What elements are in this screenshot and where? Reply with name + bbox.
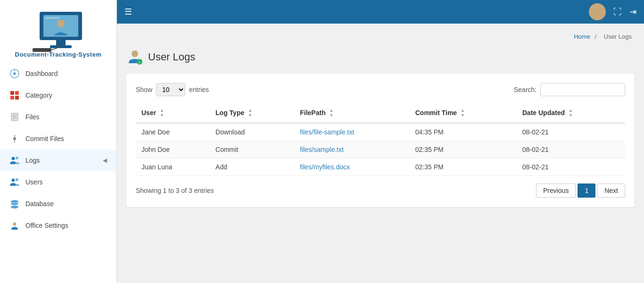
svg-point-26	[11, 206, 18, 208]
sidebar-label-users: Users	[25, 178, 107, 186]
sidebar-label-files: Files	[25, 113, 107, 121]
breadcrumb-home[interactable]: Home	[574, 33, 590, 40]
logo-area: Document-Tracking-System	[0, 0, 116, 63]
svg-point-21	[12, 157, 15, 160]
sidebar-item-files[interactable]: Files	[0, 106, 116, 128]
svg-rect-4	[33, 48, 51, 52]
col-commit-time[interactable]: Commit Time ▲▼	[410, 104, 517, 123]
main-area: ☰ ⛶ ⇥ Home / User Logs	[117, 0, 644, 283]
cell-user: Jane Doe	[136, 123, 210, 141]
svg-rect-3	[50, 45, 72, 48]
logo-image	[30, 9, 87, 47]
files-icon	[9, 112, 20, 122]
users-icon	[9, 177, 20, 187]
sidebar-label-category: Category	[25, 92, 107, 99]
cell-log-type: Download	[210, 123, 294, 141]
search-input[interactable]	[540, 83, 625, 96]
dashboard-icon	[9, 68, 20, 79]
cell-log-type: Add	[210, 158, 294, 175]
cell-filepath[interactable]: files/myfiles.docx	[294, 158, 409, 175]
sidebar-label-office-settings: Office Settings	[25, 222, 107, 229]
topbar: ☰ ⛶ ⇥	[117, 0, 644, 24]
cell-commit-time: 02:35 PM	[410, 158, 517, 175]
cell-filepath[interactable]: files/file-sample.txt	[294, 123, 409, 141]
sidebar-item-category[interactable]: Category	[0, 84, 116, 106]
svg-point-6	[57, 20, 65, 27]
cell-date-updated: 08-02-21	[517, 158, 625, 175]
breadcrumb-separator: /	[595, 33, 597, 40]
page-title: User Logs	[148, 51, 195, 63]
logs-table: User ▲▼ Log Type ▲▼ FilePath ▲▼ Commit T…	[136, 104, 625, 176]
hamburger-button[interactable]: ☰	[124, 7, 132, 17]
cell-date-updated: 08-02-21	[517, 123, 625, 141]
sidebar: Document-Tracking-System Dashboard	[0, 0, 117, 283]
svg-text:✓: ✓	[138, 60, 141, 65]
svg-point-18	[13, 137, 16, 140]
cell-user: John Doe	[136, 141, 210, 158]
col-date-updated[interactable]: Date Updated ▲▼	[517, 104, 625, 123]
main-card: Show 10 25 50 100 entries Search:	[126, 74, 635, 207]
sidebar-label-database: Database	[25, 200, 107, 208]
svg-point-28	[594, 7, 600, 13]
breadcrumb-current: User Logs	[604, 33, 632, 40]
sidebar-item-database[interactable]: Database	[0, 193, 116, 215]
showing-text: Showing 1 to 3 of 3 entries	[136, 187, 214, 194]
table-row: Juan Luna Add files/myfiles.docx 02:35 P…	[136, 158, 625, 175]
svg-rect-10	[10, 91, 14, 95]
page-title-area: ✓ User Logs	[126, 48, 635, 66]
cell-user: Juan Luna	[136, 158, 210, 175]
sidebar-item-commit-files[interactable]: Commit Files	[0, 128, 116, 150]
office-settings-icon	[9, 220, 20, 231]
logs-arrow-icon: ◀	[103, 157, 107, 164]
col-log-type[interactable]: Log Type ▲▼	[210, 104, 294, 123]
svg-point-27	[13, 223, 17, 226]
svg-rect-5	[45, 17, 59, 19]
logs-icon	[9, 155, 20, 166]
table-row: John Doe Commit files/sample.txt 02:35 P…	[136, 141, 625, 158]
nav-items: Dashboard Category	[0, 63, 116, 283]
app-title: Document-Tracking-System	[8, 51, 109, 58]
topbar-left: ☰	[124, 7, 132, 17]
svg-point-23	[12, 179, 15, 182]
logout-icon[interactable]: ⇥	[629, 7, 636, 17]
pagination-area: Showing 1 to 3 of 3 entries Previous 1 N…	[136, 183, 625, 198]
pagination-buttons: Previous 1 Next	[536, 183, 625, 198]
page-1-button[interactable]: 1	[578, 183, 595, 198]
filepath-link[interactable]: files/file-sample.txt	[300, 128, 354, 136]
category-icon	[9, 90, 20, 100]
breadcrumb: Home / User Logs	[126, 33, 635, 40]
entries-select[interactable]: 10 25 50 100	[156, 83, 185, 96]
sidebar-item-users[interactable]: Users	[0, 171, 116, 193]
table-controls: Show 10 25 50 100 entries Search:	[136, 83, 625, 96]
svg-rect-13	[15, 96, 19, 100]
cell-log-type: Commit	[210, 141, 294, 158]
show-entries: Show 10 25 50 100 entries	[136, 83, 209, 96]
sidebar-item-office-settings[interactable]: Office Settings	[0, 215, 116, 236]
page-title-icon: ✓	[126, 48, 143, 66]
table-row: Jane Doe Download files/file-sample.txt …	[136, 123, 625, 141]
filepath-link[interactable]: files/sample.txt	[300, 146, 344, 153]
col-user[interactable]: User ▲▼	[136, 104, 210, 123]
topbar-right: ⛶ ⇥	[589, 3, 636, 20]
search-label: Search:	[514, 86, 537, 93]
previous-button[interactable]: Previous	[536, 183, 576, 198]
sidebar-label-commit-files: Commit Files	[25, 135, 107, 142]
svg-rect-11	[15, 91, 19, 95]
filepath-link[interactable]: files/myfiles.docx	[300, 163, 350, 171]
sidebar-item-dashboard[interactable]: Dashboard	[0, 63, 116, 84]
sidebar-label-dashboard: Dashboard	[25, 70, 107, 77]
search-area: Search:	[514, 83, 625, 96]
cell-filepath[interactable]: files/sample.txt	[294, 141, 409, 158]
svg-rect-12	[10, 96, 14, 100]
sidebar-label-logs: Logs	[25, 157, 97, 164]
entries-label: entries	[189, 86, 209, 93]
sidebar-item-logs[interactable]: Logs ◀	[0, 150, 116, 171]
cell-date-updated: 08-02-21	[517, 141, 625, 158]
next-button[interactable]: Next	[597, 183, 625, 198]
svg-point-22	[16, 157, 18, 159]
col-filepath[interactable]: FilePath ▲▼	[294, 104, 409, 123]
user-avatar[interactable]	[589, 3, 606, 20]
cell-commit-time: 02:35 PM	[410, 141, 517, 158]
expand-icon[interactable]: ⛶	[613, 7, 622, 17]
svg-point-29	[132, 50, 138, 57]
